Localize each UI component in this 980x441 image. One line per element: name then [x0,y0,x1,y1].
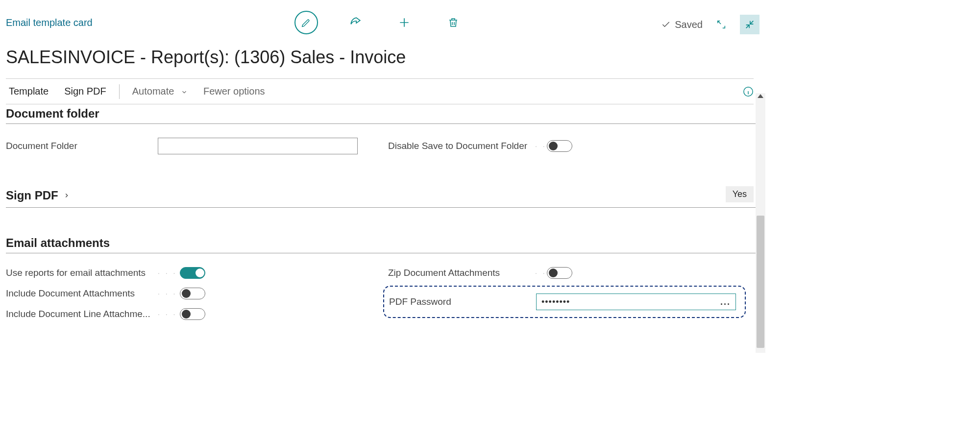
use-reports-label: Use reports for email attachments [6,268,158,278]
disable-save-label: Disable Save to Document Folder [388,141,535,151]
popout-button[interactable] [711,15,731,34]
pdf-password-more-button[interactable]: ... [720,297,731,307]
pencil-icon [301,17,312,28]
pdf-password-value: •••••••• [541,297,570,307]
zip-label: Zip Document Attachments [388,268,535,278]
pdf-password-label: PDF Password [389,296,536,307]
delete-button[interactable] [441,11,465,34]
dots: · · [535,142,547,150]
divider [6,207,764,208]
document-folder-input[interactable] [158,138,358,154]
edit-button[interactable] [294,11,318,34]
use-reports-toggle[interactable] [180,267,205,279]
pdf-password-highlight: PDF Password •••••••• ... [383,286,746,318]
dots: · · · [158,290,177,297]
document-folder-label: Document Folder [6,141,158,151]
dots: · · [535,269,547,277]
trash-icon [447,17,459,28]
saved-label: Saved [675,19,703,30]
section-document-folder-title: Document folder [6,93,764,123]
dots: · · · [158,310,177,318]
include-doc-toggle[interactable] [180,288,205,299]
chevron-right-icon [63,192,70,199]
breadcrumb[interactable]: Email template card [6,17,93,28]
share-button[interactable] [343,11,367,34]
popout-icon [716,19,727,30]
section-email-attachments-title: Email attachments [6,222,764,253]
saved-indicator: Saved [661,19,703,30]
collapse-icon [744,19,755,30]
divider [6,123,764,124]
dots: · · · [158,269,177,277]
collapse-button[interactable] [740,15,760,34]
check-icon [661,20,671,29]
section-sign-pdf-label: Sign PDF [6,189,58,202]
new-button[interactable] [392,11,416,34]
scrollbar-thumb[interactable] [757,216,764,348]
page-title: SALESINVOICE - Report(s): (1306) Sales -… [6,45,754,78]
sign-pdf-badge: Yes [726,186,754,202]
zip-toggle[interactable] [547,267,572,279]
disable-save-toggle[interactable] [547,140,572,152]
scrollbar[interactable] [756,93,765,353]
include-doc-label: Include Document Attachments [6,288,158,299]
section-sign-pdf-title[interactable]: Sign PDF [6,183,70,205]
plus-icon [398,16,411,29]
include-line-toggle[interactable] [180,308,205,320]
divider [6,253,764,253]
share-icon [349,16,362,29]
include-line-label: Include Document Line Attachme... [6,309,158,319]
pdf-password-input[interactable]: •••••••• ... [536,294,736,310]
